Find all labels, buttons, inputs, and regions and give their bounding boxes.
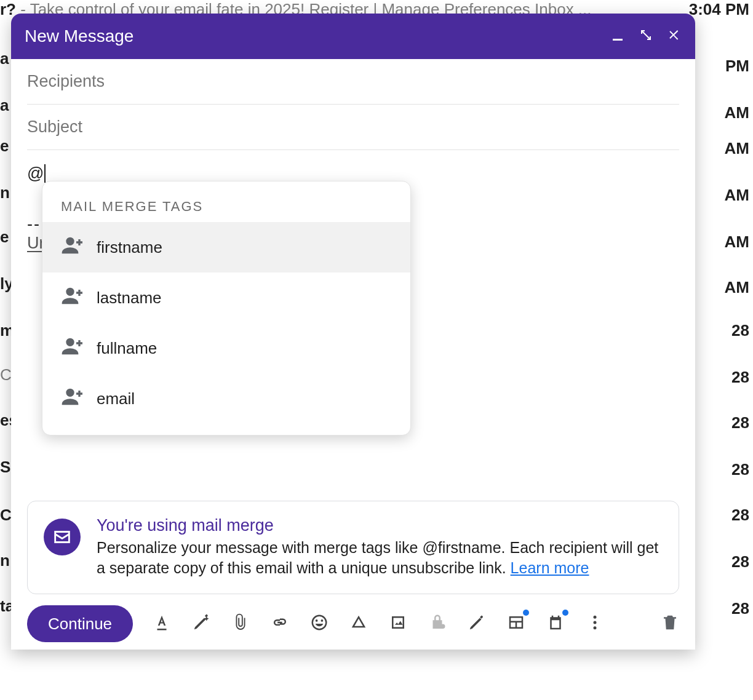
inbox-date: 28 bbox=[731, 368, 749, 387]
merge-tag-option-firstname[interactable]: firstname bbox=[42, 222, 410, 272]
emoji-icon[interactable] bbox=[310, 613, 329, 634]
subject-field[interactable]: Subject bbox=[27, 105, 679, 150]
inbox-time: PM bbox=[725, 57, 749, 76]
layouts-icon[interactable] bbox=[507, 613, 525, 634]
mail-merge-icon bbox=[44, 519, 81, 555]
inbox-date: 28 bbox=[731, 413, 749, 432]
inbox-time: AM bbox=[725, 103, 749, 122]
inbox-time: AM bbox=[725, 278, 749, 297]
person-add-icon bbox=[61, 233, 86, 262]
continue-button[interactable]: Continue bbox=[27, 605, 133, 642]
merge-tag-option-lastname[interactable]: lastname bbox=[42, 272, 410, 323]
svg-point-1 bbox=[594, 616, 597, 619]
inbox-date: 28 bbox=[731, 460, 749, 479]
inbox-time: AM bbox=[725, 186, 749, 205]
inbox-date: 28 bbox=[731, 552, 749, 571]
notification-dot-icon bbox=[523, 610, 529, 616]
merge-tag-label: email bbox=[97, 389, 135, 408]
compose-toolbar: Continue bbox=[11, 605, 695, 650]
link-icon[interactable] bbox=[271, 613, 289, 634]
expand-icon[interactable] bbox=[639, 28, 653, 45]
mail-merge-banner: You're using mail merge Personalize your… bbox=[27, 501, 679, 595]
svg-point-2 bbox=[594, 621, 597, 624]
body-typed-text: @ bbox=[27, 164, 46, 183]
close-icon[interactable] bbox=[667, 28, 682, 45]
drive-icon[interactable] bbox=[349, 613, 368, 634]
signature-icon[interactable] bbox=[468, 613, 486, 634]
banner-title: You're using mail merge bbox=[97, 516, 663, 535]
learn-more-link[interactable]: Learn more bbox=[511, 559, 589, 576]
attach-icon[interactable] bbox=[231, 613, 250, 634]
confidential-icon[interactable] bbox=[428, 613, 447, 634]
person-add-icon bbox=[61, 384, 86, 413]
dropdown-header: MAIL MERGE TAGS bbox=[42, 199, 410, 222]
inbox-time: AM bbox=[725, 139, 749, 158]
minimize-icon[interactable] bbox=[610, 28, 625, 45]
inbox-date: 28 bbox=[731, 506, 749, 525]
image-icon[interactable] bbox=[389, 613, 407, 634]
person-add-icon bbox=[61, 284, 86, 312]
formatting-icon[interactable] bbox=[153, 613, 171, 634]
merge-tag-label: fullname bbox=[97, 339, 157, 358]
compose-title: New Message bbox=[25, 26, 610, 46]
inbox-time: 3:04 PM bbox=[689, 0, 749, 19]
dropdown-list: firstnamelastnamefullnameemail bbox=[42, 222, 410, 424]
merge-tags-dropdown: MAIL MERGE TAGS firstnamelastnamefullnam… bbox=[42, 181, 411, 436]
merge-tag-label: lastname bbox=[97, 288, 162, 308]
inbox-date: 28 bbox=[731, 321, 749, 340]
compose-header: New Message bbox=[11, 14, 695, 59]
svg-rect-0 bbox=[613, 39, 623, 41]
merge-tag-option-fullname[interactable]: fullname bbox=[42, 323, 410, 373]
merge-tag-option-email[interactable]: email bbox=[42, 373, 410, 424]
recipients-field[interactable]: Recipients bbox=[27, 59, 679, 105]
inbox-date: 28 bbox=[731, 599, 749, 618]
inbox-time: AM bbox=[725, 233, 749, 252]
merge-tag-label: firstname bbox=[97, 238, 162, 257]
notification-dot-icon bbox=[562, 610, 568, 616]
more-options-icon[interactable] bbox=[586, 613, 604, 634]
person-add-icon bbox=[61, 334, 86, 363]
svg-point-3 bbox=[594, 626, 597, 629]
schedule-icon[interactable] bbox=[546, 613, 565, 634]
discard-icon[interactable] bbox=[661, 613, 679, 634]
ai-write-icon[interactable] bbox=[192, 613, 210, 634]
